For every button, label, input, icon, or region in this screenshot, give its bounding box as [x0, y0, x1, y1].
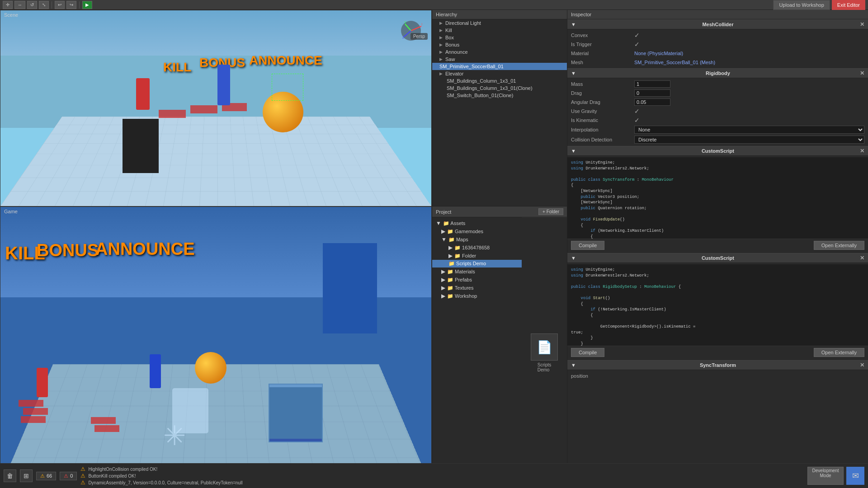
mail-icon-btn[interactable]: ✉ [846, 467, 864, 485]
hierarchy-item-kill[interactable]: ▶ Kill [432, 27, 567, 34]
sync-transform-header[interactable]: ▼ SyncTransform ✕ [567, 360, 868, 370]
prop-value[interactable]: None (PhysicMaterial) [634, 51, 683, 56]
custom-script-2-arrow: ▼ [571, 255, 576, 261]
warning-counter[interactable]: ⚠ 66 [36, 472, 56, 480]
open-externally-2-button[interactable]: Open Externally [814, 348, 864, 357]
tree-item-materials[interactable]: ▶ 📁 Materials [432, 267, 522, 276]
tree-item-maps[interactable]: ▼ 📁 Maps [432, 235, 522, 244]
mesh-collider-close[interactable]: ✕ [860, 21, 864, 28]
toolbar-btn-rotate[interactable]: ↺ [27, 1, 37, 9]
prop-is-kinematic: Is Kinematic ✓ [567, 116, 868, 125]
hierarchy-item-announce[interactable]: ▶ Announce [432, 48, 567, 56]
tree-item-map-id[interactable]: ▶ 📁 1636478658 [432, 244, 522, 252]
hierarchy-title: Hierarchy [436, 12, 457, 17]
sync-transform-body: position [567, 370, 868, 382]
toolbar-btn-redo[interactable]: ↪ [66, 1, 76, 9]
prop-convex: Convex ✓ [567, 31, 868, 40]
error-counter[interactable]: ⚠ 0 [60, 472, 77, 480]
dev-mode-button[interactable]: DevelopmentMode [807, 467, 844, 485]
custom-script-2-close[interactable]: ✕ [860, 255, 864, 261]
custom-script-1-arrow: ▼ [571, 148, 576, 154]
tree-item-workshop[interactable]: ▶ 📁 Workshop [432, 292, 522, 300]
msg-text: ButtonKill compiled OK! [88, 474, 136, 479]
compile-1-button[interactable]: Compile [571, 241, 604, 250]
sync-transform-close[interactable]: ✕ [860, 362, 864, 368]
prop-collision-select[interactable]: Discrete Continuous Continuous Dynamic [634, 136, 864, 144]
tree-item-folder[interactable]: ▶ 📁 Folder [432, 252, 522, 260]
inspector-panel: Inspector ▼ MeshCollider ✕ Convex ✓ Is T… [567, 10, 868, 488]
compile-2-button[interactable]: Compile [571, 348, 604, 357]
hierarchy-item-bonus[interactable]: ▶ Bonus [432, 41, 567, 48]
mesh-collider-header[interactable]: ▼ MeshCollider ✕ [567, 19, 868, 29]
scene-view[interactable]: KILL BONUS ANNOUNCE X Y Z Persp Sce [0, 10, 432, 206]
scripts-icon-area: 📄 ScriptsDemo [522, 217, 567, 488]
warning-icon: ⚠ [40, 473, 45, 479]
prop-label: Is Kinematic [571, 117, 634, 123]
svg-text:X: X [421, 23, 422, 26]
hierarchy-item-sm-primitive[interactable]: SM_Primitive_SoccerBall_01 [432, 63, 567, 70]
tree-label: 📁 Workshop [447, 293, 477, 299]
hierarchy-item-elevator[interactable]: ▶ Elevator [432, 70, 567, 77]
custom-script-1-header[interactable]: ▼ CustomScript ✕ [567, 146, 868, 156]
rigidbody-header[interactable]: ▼ Rigidbody ✕ [567, 68, 868, 78]
custom-script-2-actions: Compile Open Externally [567, 346, 868, 359]
custom-script-2-header[interactable]: ▼ CustomScript ✕ [567, 253, 868, 263]
svg-text:Y: Y [404, 21, 406, 24]
exit-editor-button[interactable]: Exit Editor [832, 0, 865, 10]
tree-item-scripts-demo[interactable]: 📁 Scripts Demo [432, 260, 522, 267]
arrow-icon: ▶ [439, 50, 443, 54]
prop-value[interactable]: SM_Primitive_SoccerBall_01 (Mesh) [634, 60, 715, 65]
hierarchy-label: Bonus [445, 42, 459, 47]
grid-icon-btn[interactable]: ⊞ [20, 469, 33, 482]
game-view[interactable]: Game KILL BONUS ANNOUNCE [0, 206, 432, 488]
upload-workshop-button[interactable]: Upload to Workshop [773, 0, 830, 10]
scripts-file-icon[interactable]: 📄 [531, 333, 558, 361]
hierarchy-item-box[interactable]: ▶ Box [432, 34, 567, 41]
folder-arrow-icon: ▶ [448, 253, 453, 259]
main-layout: KILL BONUS ANNOUNCE X Y Z Persp Sce [0, 10, 868, 488]
toolbar-btn-move[interactable]: ↔ [14, 1, 25, 9]
toolbar-btn-play[interactable]: ▶ [82, 1, 92, 9]
scene-text-announce: ANNOUNCE [249, 53, 322, 68]
hierarchy-item-sm-buildings-clone[interactable]: SM_Buildings_Column_1x3_01(Clone) [432, 84, 567, 92]
toolbar-btn-undo[interactable]: ↩ [55, 1, 65, 9]
prop-mass-input[interactable] [634, 80, 670, 88]
inspector-body[interactable]: ▼ MeshCollider ✕ Convex ✓ Is Trigger ✓ M… [567, 19, 868, 488]
toolbar-btn-transform[interactable]: ✛ [3, 1, 13, 9]
game-figure-red [37, 368, 48, 397]
tree-item-prefabs[interactable]: ▶ 📁 Prefabs [432, 276, 522, 284]
error-count: 0 [70, 473, 73, 479]
toolbar-btn-scale[interactable]: ⤡ [39, 1, 49, 9]
custom-script-1-close[interactable]: ✕ [860, 148, 864, 154]
hierarchy-item-directional-light[interactable]: ▶ Directional Light [432, 19, 567, 27]
inspector-header: Inspector [567, 10, 868, 19]
prop-angular-drag-input[interactable] [634, 99, 670, 106]
game-figure-blue [150, 354, 161, 388]
hierarchy-item-saw[interactable]: ▶ Saw [432, 56, 567, 63]
arrow-icon: ▶ [439, 71, 443, 76]
trash-icon-btn[interactable]: 🗑 [4, 469, 16, 482]
add-folder-button[interactable]: + Folder [538, 208, 563, 215]
toolbar-right: Upload to Workshop Exit Editor [773, 0, 865, 10]
tree-label: 📁 Assets [443, 221, 465, 226]
inspector-title: Inspector [571, 12, 591, 17]
hierarchy-label: SM_Primitive_SoccerBall_01 [439, 64, 504, 69]
open-externally-1-button[interactable]: Open Externally [814, 241, 864, 250]
custom-script-1-title: CustomScript [702, 148, 734, 154]
sep-2 [79, 1, 80, 9]
status-msg-1: ⚠ HighlightOnCollision compiled OK! [80, 466, 804, 472]
hierarchy-item-sm-buildings-1[interactable]: SM_Buildings_Column_1x3_01 [432, 77, 567, 84]
tree-item-assets[interactable]: ▼ 📁 Assets [432, 219, 522, 227]
tree-item-textures[interactable]: ▶ 📁 Textures [432, 284, 522, 292]
rigidbody-close[interactable]: ✕ [860, 70, 864, 76]
scene-grid [0, 117, 431, 206]
custom-script-1-actions: Compile Open Externally [567, 239, 868, 252]
prop-value: ✓ [634, 41, 640, 48]
hierarchy-item-sm-switch[interactable]: SM_Switch_Button_01(Clone) [432, 92, 567, 99]
tree-label: 📁 Folder [454, 253, 476, 259]
prop-interpolation-select[interactable]: None Interpolate Extrapolate [634, 126, 864, 134]
hierarchy-label: SM_Buildings_Column_1x3_01 [447, 78, 516, 84]
tree-item-gamemodes[interactable]: ▶ 📁 Gamemodes [432, 227, 522, 235]
folder-arrow-icon: ▶ [441, 293, 445, 299]
prop-drag-input[interactable] [634, 89, 670, 97]
